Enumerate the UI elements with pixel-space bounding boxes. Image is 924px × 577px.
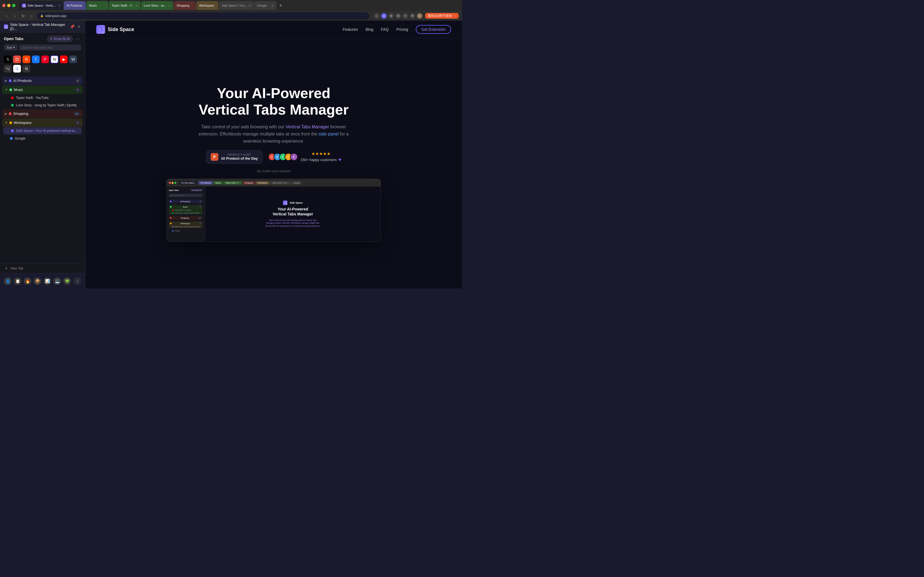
group-ai-header[interactable]: ▶ AI Products 4 (2, 76, 83, 85)
maximize-button[interactable] (12, 4, 15, 7)
favicon-google[interactable]: G (13, 65, 21, 73)
favicon-youtube[interactable]: ▶ (60, 55, 68, 63)
nav-features[interactable]: Features (342, 27, 358, 32)
ph-label: PRODUCT HUNT (221, 153, 258, 156)
sort-button[interactable]: Sort ▾ (4, 44, 18, 50)
more-options-button[interactable]: ⋯ (74, 35, 81, 42)
nav-faq[interactable]: FAQ (381, 27, 389, 32)
preview-group-by-label: Group By AI (190, 189, 203, 192)
preview-tab-love-story: Love Story - song by Taylor Swift | Spot… (169, 211, 203, 214)
group-workspace-header[interactable]: ▼ Workspace 3 (2, 118, 83, 127)
preview-search: Search a tab (title) (169, 194, 203, 197)
preview-tab-shopping: Shopping (242, 181, 255, 185)
tab-workspace[interactable]: Workspace (196, 1, 218, 10)
group-music-arrow: ▼ (5, 88, 8, 91)
preview-group-shopping-header: Shopping 14 (169, 216, 203, 220)
preview-shopping-count: 14 (198, 217, 202, 219)
reload-cta-button[interactable]: 重新启动即可更新 → (425, 13, 459, 19)
dock-clipboard-icon[interactable]: 📋 (14, 277, 21, 285)
favicon-opera[interactable]: O (13, 55, 21, 63)
extension-icon1[interactable]: ⊕ (388, 13, 394, 19)
tab-ai-products[interactable]: AI Products (64, 1, 86, 10)
tab-sidespace[interactable]: S Side Space - Vertical Tab Manager [D..… (19, 1, 63, 10)
heart-icon: ♥ (338, 157, 341, 163)
new-tab-button[interactable]: + (277, 2, 284, 9)
preview-ai-dot (170, 201, 171, 202)
back-button[interactable]: ‹ (3, 13, 10, 19)
tab-label-google: Google (257, 4, 270, 7)
url-text: sidespace.app (45, 14, 66, 18)
favicon-twitter[interactable]: 𝕏 (4, 55, 11, 63)
product-hunt-badge[interactable]: P PRODUCT HUNT #2 Product of the Day (206, 150, 263, 164)
home-button[interactable]: ⌂ (28, 13, 35, 19)
preview-hero-line2: Vertical Tabs Manager (273, 212, 313, 216)
tab-taylor[interactable]: Taylor Swift - Y... ✕ (109, 1, 141, 10)
tab-google-standalone[interactable]: Google (2, 135, 83, 142)
browser-chrome: S Side Space - Vertical Tab Manager [D..… (0, 0, 462, 21)
dock-fire-icon[interactable]: 🔥 (24, 277, 31, 285)
extension-icon2[interactable]: ⊞ (396, 13, 401, 19)
favicon-reddit[interactable]: R (23, 55, 30, 63)
dock-box-icon[interactable]: 📦 (34, 277, 41, 285)
favicon-wakatime[interactable]: W (69, 55, 77, 63)
tab-close-sidespace2[interactable]: ✕ (249, 4, 251, 7)
preview-workspace-dot (170, 222, 171, 224)
dock-user-icon[interactable]: 👤 (4, 277, 11, 285)
preview-search-placeholder: Search a tab (title) (170, 195, 184, 196)
customer-info: ★★★★★ 150+ happy customers ♥ (300, 151, 342, 163)
address-bar[interactable]: 🔒 sidespace.app (37, 12, 370, 19)
tab-search-input[interactable] (19, 45, 81, 50)
minimize-button[interactable] (7, 4, 10, 7)
favicon-pinterest[interactable]: P (41, 55, 49, 63)
nav-pricing[interactable]: Pricing (396, 27, 408, 32)
favicon-notion[interactable]: N (51, 55, 58, 63)
tab-love-story[interactable]: Love Story - song by Taylor Swift | Spot… (3, 102, 82, 109)
tab-sidespace-active[interactable]: Side Space | Your AI-powered vertical ta… (3, 127, 82, 134)
preview-tab-sidespace2: Side Space | You... (270, 181, 291, 185)
extension-icon3[interactable]: ≡ (402, 13, 408, 19)
tab-label-music: Music (89, 4, 106, 7)
dock-laptop-icon[interactable]: 💻 (53, 277, 61, 285)
group-music-header[interactable]: ▼ Music 2 (2, 85, 83, 94)
reload-button[interactable]: ↻ (20, 13, 26, 19)
new-tab-row[interactable]: + New Tab (0, 263, 85, 273)
dock-add-button[interactable]: + (73, 277, 81, 285)
favicon-github[interactable]: ⌥ (4, 65, 11, 73)
user-avatar[interactable]: U (417, 13, 422, 19)
dock-heart-icon[interactable]: 💚 (63, 277, 71, 285)
extension-icon4[interactable]: ⚙ (410, 13, 415, 19)
nav-blog[interactable]: Blog (365, 27, 373, 32)
tab-close-sidespace[interactable]: ✕ (58, 4, 60, 7)
tab-music[interactable]: Music (86, 1, 108, 10)
tab-close-love-story[interactable]: ✕ (168, 4, 171, 7)
profile-icon[interactable]: ⊙ (381, 13, 387, 19)
close-button[interactable] (2, 4, 5, 7)
tab-love-story[interactable]: Love Story - so... ✕ (141, 1, 173, 10)
group-shopping-header[interactable]: ▶ Shopping 14 (2, 110, 83, 118)
bookmark-icon[interactable]: ☆ (374, 13, 380, 19)
group-ai-count: 4 (75, 79, 80, 83)
favicon-notes[interactable]: N (23, 65, 30, 73)
group-shopping: ▶ Shopping 14 (2, 110, 83, 118)
tab-google[interactable]: Google ✕ (254, 1, 276, 10)
preview-sidespace-title: Side Space | Your AI-powered vertical ta… (174, 226, 202, 227)
preview-workspace-name: Workspace (173, 222, 198, 224)
tab-taylor-swift[interactable]: Taylor Swift - YouTube (3, 94, 82, 102)
close-sidebar-icon[interactable]: ✕ (77, 24, 81, 29)
preview-workspace-count: 3 (199, 222, 202, 224)
dock-chart-icon[interactable]: 📊 (44, 277, 51, 285)
get-extension-button[interactable]: Get Extension (416, 25, 451, 34)
group-by-ai-button[interactable]: ✦ Group By AI (47, 36, 73, 42)
hero-title-line2: Vertical Tabs Manager (199, 102, 349, 118)
pin-icon[interactable]: 📌 (69, 24, 75, 29)
preview-tab-google: Google (291, 181, 302, 185)
tab-shopping[interactable]: Shopping (174, 1, 196, 10)
tab-sidespace2[interactable]: Side Space | You... ✕ (219, 1, 254, 10)
preview-main-content: Side Space Your AI-Powered Vertical Tabs… (205, 187, 381, 242)
sidebar-header-icons: 📌 ✕ (69, 24, 81, 29)
tab-close-taylor[interactable]: ✕ (136, 4, 138, 7)
site-logo: Side Space (96, 25, 134, 34)
favicon-facebook[interactable]: f (32, 55, 40, 63)
tab-close-google[interactable]: ✕ (271, 4, 274, 7)
forward-button[interactable]: › (11, 13, 18, 19)
